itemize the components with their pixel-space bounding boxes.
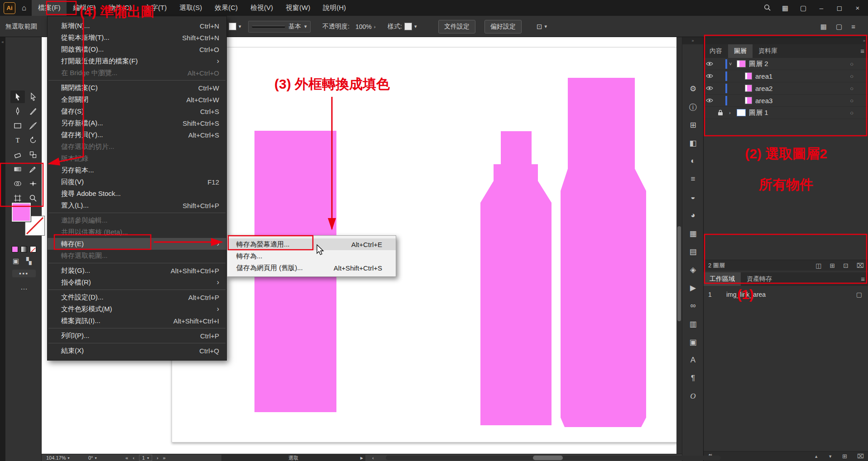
- new-artboard-icon[interactable]: ⊞: [842, 453, 847, 460]
- panel-menu-icon[interactable]: ≡: [860, 47, 864, 55]
- close-icon[interactable]: ×: [854, 4, 862, 12]
- zoom-value[interactable]: 104.17%: [46, 455, 66, 461]
- target-circle-icon[interactable]: ○: [850, 97, 854, 104]
- rotation-control[interactable]: 0° ▾: [88, 454, 97, 461]
- menu-item-export-as[interactable]: 轉存為...: [227, 250, 396, 262]
- menu-item-new-from-template[interactable]: 從範本新增(T)...Shift+Ctrl+N: [48, 32, 226, 43]
- menu-item-close[interactable]: 關閉檔案(C)Ctrl+W: [48, 82, 226, 94]
- chevron-down-icon[interactable]: ˅: [729, 61, 735, 67]
- type-tool[interactable]: T: [10, 134, 25, 147]
- collapse-toolbar-icon[interactable]: «: [0, 40, 5, 44]
- menubar-item-file[interactable]: 檔案(F): [32, 0, 67, 16]
- target-circle-icon[interactable]: ○: [850, 85, 854, 92]
- links-icon[interactable]: ∞: [682, 301, 704, 310]
- tab-libraries[interactable]: 資料庫: [753, 44, 783, 58]
- menu-item-package[interactable]: 封裝(G)...Alt+Shift+Ctrl+P: [48, 265, 226, 276]
- selection-tool[interactable]: [10, 90, 25, 103]
- panel-menu-icon[interactable]: ≡: [861, 275, 865, 283]
- layer-row-layer2[interactable]: ˅ 圖層 2 ○: [704, 58, 868, 70]
- horizontal-scrollbar-thumb[interactable]: [533, 456, 563, 460]
- layer-row-area2[interactable]: area2 ○: [704, 82, 868, 95]
- actions-icon[interactable]: ▶: [682, 283, 704, 293]
- menu-item-place[interactable]: 置入(L)...Shift+Ctrl+P: [48, 200, 226, 211]
- workspace-switch-dropdown[interactable]: ⊡ ▾: [537, 16, 547, 37]
- opacity-control[interactable]: 不透明度: 100% ›: [322, 16, 375, 37]
- menubar-item-effect[interactable]: 效果(C): [208, 0, 244, 16]
- asset-export-icon[interactable]: ▥: [682, 319, 704, 329]
- zoom-control[interactable]: 104.17% ▾: [46, 454, 69, 461]
- scroll-left-icon[interactable]: ‹: [372, 454, 374, 461]
- symbols-icon[interactable]: ◈: [682, 265, 704, 275]
- minimize-icon[interactable]: –: [817, 4, 825, 12]
- menu-item-save-copy[interactable]: 儲存拷貝(Y)...Alt+Ctrl+S: [48, 129, 226, 141]
- eraser-tool[interactable]: [10, 148, 25, 161]
- tab-content[interactable]: 內容: [704, 44, 728, 58]
- draw-normal-mode-icon[interactable]: ▣: [13, 257, 19, 265]
- home-icon[interactable]: ⌂: [22, 4, 26, 13]
- layer-thumbnail[interactable]: [737, 60, 746, 67]
- menu-item-export-for-screens[interactable]: 轉存為螢幕適用...Alt+Ctrl+E: [227, 238, 396, 250]
- rotate-tool[interactable]: [26, 134, 40, 147]
- lock-icon[interactable]: [715, 109, 725, 116]
- properties-gear-icon[interactable]: ⚙: [682, 84, 704, 94]
- menubar-item-window[interactable]: 視窗(W): [279, 0, 317, 16]
- pathfinder-icon[interactable]: ◧: [682, 138, 704, 148]
- tab-layers[interactable]: 圖層: [728, 44, 753, 58]
- appearance-icon[interactable]: ◐: [682, 157, 704, 166]
- opacity-value[interactable]: 100%: [355, 23, 372, 30]
- controlbar-menu-icon[interactable]: ≡: [851, 23, 855, 30]
- move-down-icon[interactable]: ▼: [828, 454, 832, 459]
- object-thumbnail[interactable]: [745, 97, 752, 104]
- visibility-eye-icon[interactable]: [704, 86, 715, 91]
- menubar-item-help[interactable]: 說明(H): [317, 0, 352, 16]
- object-thumbnail[interactable]: [745, 72, 752, 80]
- restore-icon[interactable]: ◻: [835, 4, 844, 12]
- fill-color-swatch[interactable]: [12, 203, 31, 222]
- last-artboard-icon[interactable]: »: [163, 455, 166, 461]
- menubar-item-edit[interactable]: 編輯(E): [67, 0, 102, 16]
- color-icon[interactable]: ◕: [682, 211, 704, 220]
- first-artboard-icon[interactable]: «: [125, 455, 128, 461]
- rotation-value[interactable]: 0°: [88, 455, 93, 461]
- swatches-icon[interactable]: ▦: [682, 229, 704, 238]
- artboard-number-dropdown[interactable]: 1 ▾: [139, 455, 152, 461]
- menu-item-new[interactable]: 新增(N)...Ctrl+N: [48, 20, 226, 32]
- menu-item-save-for-web-legacy[interactable]: 儲存為網頁用 (舊版)...Alt+Shift+Ctrl+S: [227, 262, 396, 274]
- menubar-item-view[interactable]: 檢視(V): [244, 0, 279, 16]
- tab-artboards[interactable]: 工作區域: [704, 272, 741, 286]
- opentype-icon[interactable]: O: [682, 392, 704, 401]
- spinner-icon[interactable]: ›: [374, 24, 376, 29]
- vertical-scrollbar-thumb[interactable]: [677, 226, 681, 321]
- pen-tool[interactable]: [10, 105, 25, 118]
- horizontal-scrollbar[interactable]: [386, 456, 721, 460]
- character-icon[interactable]: A: [682, 356, 704, 365]
- stroke-color-swatch[interactable]: [229, 23, 236, 30]
- make-clipping-mask-icon[interactable]: ◫: [815, 262, 821, 269]
- document-layout-icon[interactable]: ▢: [799, 4, 807, 12]
- new-sublayer-icon[interactable]: ⊞: [830, 262, 835, 269]
- menu-item-search-adobe-stock[interactable]: 搜尋 Adobe Stock...: [48, 188, 226, 200]
- stroke-icon[interactable]: ≡: [682, 175, 704, 184]
- layer-row-area3[interactable]: area3 ○: [704, 95, 868, 107]
- target-circle-icon[interactable]: ○: [850, 61, 854, 67]
- pink-bottle-shape-1[interactable]: [480, 131, 551, 425]
- tab-asset-export[interactable]: 資產轉存: [741, 272, 778, 286]
- arrange-documents-icon[interactable]: ▦: [820, 23, 827, 31]
- next-artboard-icon[interactable]: ›: [157, 455, 158, 461]
- menu-item-revert[interactable]: 回復(V)F12: [48, 176, 226, 188]
- width-tool[interactable]: [26, 177, 40, 190]
- brushes-icon[interactable]: ▤: [682, 247, 704, 257]
- visibility-eye-icon[interactable]: [704, 61, 715, 67]
- brush-definition-dropdown[interactable]: 基本 ▾: [248, 16, 311, 37]
- menu-item-save[interactable]: 儲存(S)Ctrl+S: [48, 105, 226, 117]
- color-mode-swatch[interactable]: [12, 246, 18, 252]
- delete-artboard-icon[interactable]: ⌧: [857, 453, 864, 460]
- artboards-panel-icon[interactable]: ▣: [682, 337, 704, 347]
- drawing-modes-button[interactable]: ■■■: [12, 270, 36, 277]
- gradient-icon[interactable]: ◒: [682, 193, 704, 202]
- visibility-eye-icon[interactable]: [704, 98, 715, 103]
- menu-item-save-as-template[interactable]: 另存範本...: [48, 164, 226, 176]
- layer-row-layer1[interactable]: › 圖層 1 ○: [704, 107, 868, 119]
- workspace-icon[interactable]: ▦: [781, 4, 789, 12]
- menu-item-open-recent[interactable]: 打開最近使用過的檔案(F)›: [48, 55, 226, 67]
